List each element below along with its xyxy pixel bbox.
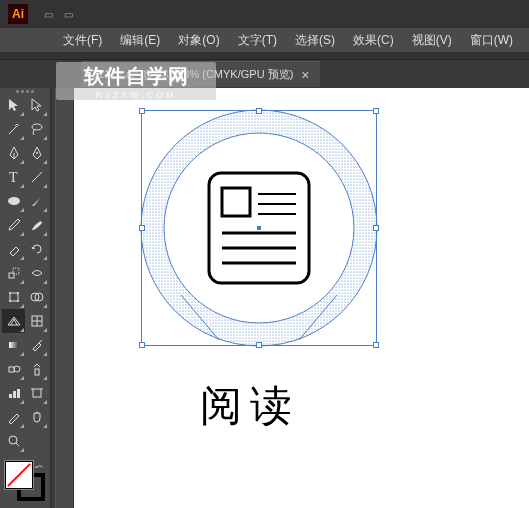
tab-close-icon[interactable]: × (301, 67, 309, 83)
selection-tool-icon[interactable] (2, 93, 25, 117)
selection-bounding-box[interactable] (141, 110, 377, 346)
svg-point-19 (14, 366, 20, 372)
selection-handle-tr[interactable] (373, 108, 379, 114)
scale-tool-icon[interactable] (2, 261, 25, 285)
svg-point-8 (9, 292, 11, 294)
fill-stroke-swatches[interactable]: ⤺ (5, 461, 45, 501)
svg-rect-18 (9, 367, 14, 372)
svg-text:T: T (9, 170, 18, 185)
column-graph-tool-icon[interactable] (2, 381, 25, 405)
selection-handle-tm[interactable] (256, 108, 262, 114)
svg-point-0 (32, 124, 42, 130)
document-tab[interactable]: 11111.ai* @ 131.83% (CMYK/GPU 预览) × (82, 61, 320, 87)
menu-object[interactable]: 对象(O) (170, 30, 227, 51)
svg-line-28 (16, 443, 19, 446)
svg-point-4 (8, 197, 20, 205)
document-tabbar: 11111.ai* @ 131.83% (CMYK/GPU 预览) × (0, 60, 529, 88)
svg-point-27 (9, 436, 17, 444)
tab-label: 11111.ai* @ 131.83% (CMYK/GPU 预览) (92, 67, 293, 82)
selection-handle-mr[interactable] (373, 225, 379, 231)
rotate-tool-icon[interactable] (25, 237, 48, 261)
hand-tool-icon[interactable] (25, 405, 48, 429)
selection-handle-ml[interactable] (139, 225, 145, 231)
window-layout-icons: ▭ ▭ (40, 6, 76, 22)
ellipse-tool-icon[interactable] (2, 189, 25, 213)
svg-point-9 (17, 292, 19, 294)
blend-tool-icon[interactable] (2, 357, 25, 381)
menu-view[interactable]: 视图(V) (404, 30, 460, 51)
ruler-vertical[interactable] (56, 88, 74, 508)
type-tool-icon[interactable]: T (2, 165, 25, 189)
tools-panel: T (0, 88, 50, 508)
swap-fill-stroke-icon[interactable]: ⤺ (35, 461, 43, 472)
svg-rect-20 (35, 369, 39, 375)
selection-handle-tl[interactable] (139, 108, 145, 114)
svg-rect-22 (13, 391, 16, 398)
color-section: ⤺ (2, 457, 48, 505)
control-strip (0, 52, 529, 60)
layout-icon-2[interactable]: ▭ (60, 6, 76, 22)
menubar: 文件(F) 编辑(E) 对象(O) 文字(T) 选择(S) 效果(C) 视图(V… (0, 28, 529, 52)
shape-builder-tool-icon[interactable] (25, 285, 48, 309)
selection-handle-br[interactable] (373, 342, 379, 348)
svg-rect-17 (9, 342, 19, 348)
line-tool-icon[interactable] (25, 165, 48, 189)
menu-file[interactable]: 文件(F) (55, 30, 110, 51)
layout-icon-1[interactable]: ▭ (40, 6, 56, 22)
selection-handle-bm[interactable] (256, 342, 262, 348)
selection-handle-bl[interactable] (139, 342, 145, 348)
menu-type[interactable]: 文字(T) (230, 30, 285, 51)
mesh-tool-icon[interactable] (25, 309, 48, 333)
svg-rect-24 (33, 389, 41, 397)
menu-effect[interactable]: 效果(C) (345, 30, 402, 51)
pencil-tool-icon[interactable] (2, 213, 25, 237)
direct-selection-tool-icon[interactable] (25, 93, 48, 117)
free-transform-tool-icon[interactable] (2, 285, 25, 309)
paintbrush-tool-icon[interactable] (25, 189, 48, 213)
artwork-text-label[interactable]: 阅读 (200, 378, 300, 434)
app-logo: Ai (8, 4, 28, 24)
svg-rect-7 (10, 293, 18, 301)
slice-tool-icon[interactable] (2, 405, 25, 429)
svg-line-29 (8, 464, 30, 486)
symbol-sprayer-tool-icon[interactable] (25, 357, 48, 381)
lasso-tool-icon[interactable] (25, 117, 48, 141)
svg-point-11 (17, 300, 19, 302)
width-tool-icon[interactable] (25, 261, 48, 285)
artboard[interactable]: 阅读 (74, 88, 529, 508)
zoom-tool-icon[interactable] (2, 429, 25, 453)
menu-edit[interactable]: 编辑(E) (112, 30, 168, 51)
menu-select[interactable]: 选择(S) (287, 30, 343, 51)
selection-center-icon (257, 226, 261, 230)
svg-point-10 (9, 300, 11, 302)
svg-rect-21 (9, 394, 12, 398)
eraser-tool-icon[interactable] (2, 237, 25, 261)
magic-wand-tool-icon[interactable] (2, 117, 25, 141)
pen-tool-icon[interactable] (2, 141, 25, 165)
svg-line-3 (32, 172, 42, 182)
workspace: T (0, 88, 529, 508)
blob-brush-tool-icon[interactable] (25, 213, 48, 237)
titlebar: Ai ▭ ▭ (0, 0, 529, 28)
menu-window[interactable]: 窗口(W) (462, 30, 521, 51)
gradient-tool-icon[interactable] (2, 333, 25, 357)
eyedropper-tool-icon[interactable] (25, 333, 48, 357)
fill-swatch[interactable] (5, 461, 33, 489)
curvature-tool-icon[interactable] (25, 141, 48, 165)
svg-point-1 (36, 152, 38, 154)
svg-rect-23 (17, 389, 20, 398)
artboard-tool-icon[interactable] (25, 381, 48, 405)
canvas-area[interactable]: 阅读 (74, 88, 529, 508)
empty-tool-slot (25, 429, 48, 453)
perspective-grid-tool-icon[interactable] (2, 309, 25, 333)
